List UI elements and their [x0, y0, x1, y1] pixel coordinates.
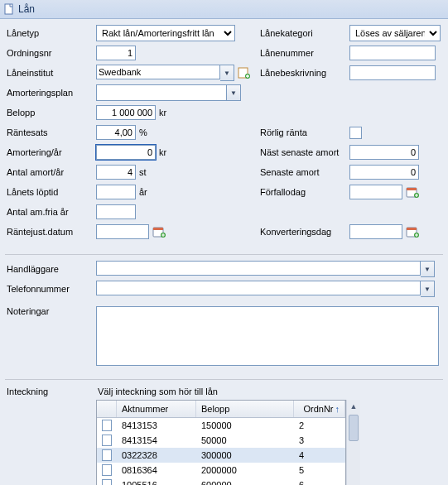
svg-rect-7	[407, 188, 417, 190]
label-lanekategori: Lånekategori	[258, 28, 349, 38]
ordningsnr-input[interactable]	[96, 46, 136, 60]
grid-scrollbar[interactable]: ▲ ▼	[346, 400, 360, 485]
laneinstitut-combo[interactable]: ▼	[96, 65, 234, 81]
cell-belopp: 2000000	[196, 465, 294, 475]
unit-percent: %	[139, 127, 147, 137]
label-antal-amfria-ar: Antal am.fria år	[5, 207, 96, 217]
amortering-ar-input[interactable]	[96, 145, 156, 160]
unit-kr: kr	[159, 108, 166, 118]
table-row[interactable]: 03223283000004	[97, 448, 345, 463]
cell-belopp: 600000	[196, 480, 294, 485]
svg-rect-0	[5, 4, 12, 14]
inteckning-hint: Välj inteckning som hör till lån	[98, 387, 360, 396]
unit-ar: år	[139, 187, 147, 197]
chevron-down-icon[interactable]: ▼	[421, 281, 435, 297]
table-row[interactable]: 081636420000005	[97, 463, 345, 478]
lanekategori-select[interactable]: Löses av säljaren	[349, 25, 441, 41]
cell-belopp: 300000	[196, 450, 294, 460]
nast-senaste-amort-input[interactable]	[349, 145, 419, 160]
scroll-thumb[interactable]	[349, 415, 359, 441]
calendar-icon[interactable]	[405, 185, 420, 199]
row-checkbox[interactable]	[102, 479, 112, 485]
lanetyp-select[interactable]: Rakt lån/Amorteringsfritt lån	[96, 25, 235, 41]
unit-st: st	[139, 167, 147, 177]
laneinstitut-edit-icon[interactable]	[237, 65, 252, 80]
cell-ordnnr: 5	[294, 465, 345, 475]
unit-kr: kr	[159, 147, 166, 157]
cell-aktnummer: 0322328	[117, 450, 196, 460]
senaste-amort-input[interactable]	[349, 165, 419, 180]
belopp-input[interactable]	[96, 105, 156, 120]
scroll-down-icon[interactable]: ▼	[347, 482, 360, 485]
label-belopp: Belopp	[5, 108, 96, 118]
chevron-down-icon[interactable]: ▼	[220, 65, 234, 81]
label-laneinstitut: Låneinstitut	[5, 68, 96, 78]
calendar-icon[interactable]	[405, 224, 420, 239]
konverteringsdag-input[interactable]	[349, 224, 402, 239]
grid-header: Aktnummer Belopp OrdnNr ↑	[97, 401, 345, 418]
label-lanebeskrivning: Lånebeskrivning	[258, 68, 349, 78]
form-area: Lånetyp Rakt lån/Amorteringsfritt lån Or…	[5, 24, 443, 241]
grid-header-ordnnr[interactable]: OrdnNr ↑	[294, 401, 345, 417]
cell-ordnnr: 6	[294, 480, 345, 485]
chevron-down-icon[interactable]: ▼	[227, 84, 241, 101]
label-telefonnummer: Telefonnummer	[5, 284, 96, 294]
calendar-icon[interactable]	[152, 224, 166, 239]
handlaggare-input[interactable]	[96, 261, 421, 276]
grid-header-belopp[interactable]: Belopp	[196, 401, 294, 417]
rorlig-ranta-checkbox[interactable]	[349, 127, 362, 139]
lanets-loptid-input[interactable]	[96, 185, 136, 199]
inteckning-grid: Aktnummer Belopp OrdnNr ↑ 84131531500002…	[96, 400, 360, 485]
table-row[interactable]: 8413154500003	[97, 433, 345, 448]
rantesats-input[interactable]	[96, 125, 136, 140]
window-title: Lån	[18, 3, 35, 15]
label-amortering-ar: Amortering/år	[5, 147, 96, 157]
noteringar-textarea[interactable]	[96, 306, 439, 366]
amorteringsplan-combo[interactable]: ▼	[96, 84, 241, 101]
row-checkbox[interactable]	[102, 435, 112, 446]
label-senaste-amort: Senaste amort	[258, 167, 349, 177]
label-inteckning: Inteckning	[5, 385, 96, 396]
label-rantejust-datum: Räntejust.datum	[5, 227, 96, 237]
lanebeskrivning-input[interactable]	[349, 65, 436, 80]
label-lanetyp: Lånetyp	[5, 28, 96, 38]
telefonnummer-combo[interactable]: ▼	[96, 281, 435, 297]
label-konverteringsdag: Konverteringsdag	[258, 227, 349, 237]
row-checkbox[interactable]	[102, 464, 112, 476]
row-checkbox[interactable]	[102, 449, 112, 461]
label-antal-amort-ar: Antal amort/år	[5, 167, 96, 177]
divider	[5, 254, 443, 255]
divider	[5, 379, 443, 380]
antal-amfria-ar-input[interactable]	[96, 204, 136, 219]
cell-ordnnr: 2	[294, 420, 345, 430]
cell-aktnummer: 8413154	[117, 435, 196, 445]
antal-amort-ar-input[interactable]	[96, 165, 136, 180]
lanenummer-input[interactable]	[349, 46, 436, 60]
laneinstitut-input[interactable]	[96, 65, 220, 79]
forfallodag-input[interactable]	[349, 185, 402, 199]
telefonnummer-input[interactable]	[96, 281, 421, 295]
table-row[interactable]: 84131531500002	[97, 418, 345, 433]
cell-ordnnr: 3	[294, 435, 345, 445]
label-forfallodag: Förfallodag	[258, 187, 349, 197]
cell-belopp: 150000	[196, 420, 294, 430]
label-ordningsnr: Ordningsnr	[5, 48, 96, 58]
label-amorteringsplan: Amorteringsplan	[5, 88, 96, 98]
loan-window: Lån Lånetyp Rakt lån/Amorteringsfritt lå…	[0, 0, 448, 485]
grid-header-aktnummer[interactable]: Aktnummer	[117, 401, 196, 417]
cell-belopp: 50000	[196, 435, 294, 445]
rantejust-datum-input[interactable]	[96, 224, 149, 239]
table-row[interactable]: 10055166000006	[97, 478, 345, 485]
label-lanenummer: Lånenummer	[258, 48, 349, 58]
amorteringsplan-input[interactable]	[96, 84, 227, 101]
handlaggare-combo[interactable]: ▼	[96, 261, 435, 277]
scroll-up-icon[interactable]: ▲	[347, 400, 360, 413]
cell-aktnummer: 0816364	[117, 465, 196, 475]
grid-body[interactable]: 8413153150000284131545000030322328300000…	[97, 418, 345, 485]
row-checkbox[interactable]	[102, 420, 112, 431]
label-lanets-loptid: Lånets löptid	[5, 187, 96, 197]
label-nast-senaste-amort: Näst senaste amort	[258, 147, 349, 157]
grid-header-checkbox	[97, 401, 117, 417]
window-titlebar: Lån	[0, 0, 448, 19]
chevron-down-icon[interactable]: ▼	[421, 261, 435, 277]
